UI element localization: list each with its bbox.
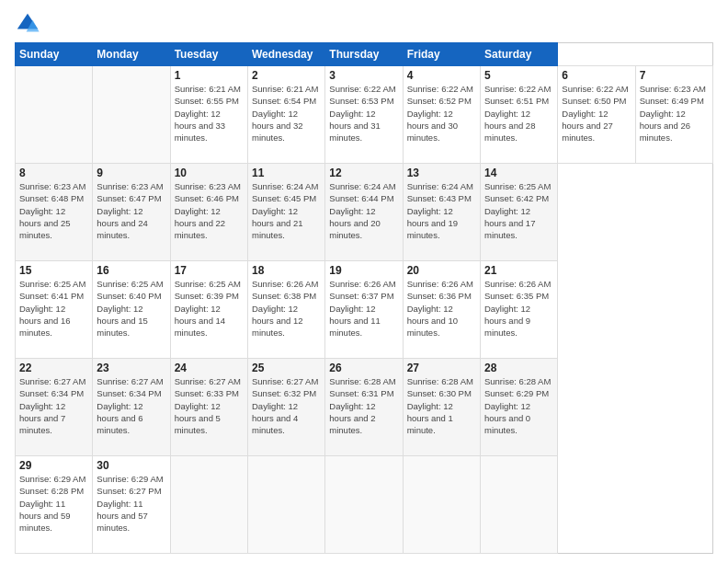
logo — [15, 11, 44, 37]
calendar-cell — [16, 66, 93, 164]
day-number: 23 — [97, 362, 165, 374]
calendar-cell: 18Sunrise: 6:26 AMSunset: 6:38 PMDayligh… — [247, 261, 324, 359]
day-number: 16 — [97, 264, 165, 277]
day-number: 29 — [19, 459, 88, 472]
day-number: 19 — [329, 264, 398, 277]
day-info: Sunrise: 6:24 AMSunset: 6:45 PMDaylight:… — [252, 180, 321, 241]
day-info: Sunrise: 6:27 AMSunset: 6:33 PMDaylight:… — [175, 375, 244, 436]
day-number: 20 — [407, 264, 476, 277]
page: SundayMondayTuesdayWednesdayThursdayFrid… — [0, 0, 728, 563]
calendar-cell — [170, 456, 247, 554]
calendar-cell: 8Sunrise: 6:23 AMSunset: 6:48 PMDaylight… — [16, 164, 93, 261]
day-info: Sunrise: 6:28 AMSunset: 6:29 PMDaylight:… — [484, 375, 553, 436]
calendar-cell: 6Sunrise: 6:22 AMSunset: 6:50 PMDaylight… — [558, 66, 635, 164]
day-info: Sunrise: 6:22 AMSunset: 6:51 PMDaylight:… — [484, 83, 553, 144]
calendar-cell: 14Sunrise: 6:25 AMSunset: 6:42 PMDayligh… — [480, 164, 557, 261]
calendar-cell: 10Sunrise: 6:23 AMSunset: 6:46 PMDayligh… — [170, 164, 247, 261]
day-info: Sunrise: 6:25 AMSunset: 6:42 PMDaylight:… — [484, 180, 553, 241]
day-number: 14 — [484, 167, 553, 179]
calendar-cell: 22Sunrise: 6:27 AMSunset: 6:34 PMDayligh… — [16, 359, 93, 456]
day-number: 15 — [19, 264, 88, 277]
calendar-cell: 25Sunrise: 6:27 AMSunset: 6:32 PMDayligh… — [247, 359, 324, 456]
day-number: 17 — [175, 264, 244, 277]
weekday-header-monday: Monday — [93, 43, 170, 66]
day-info: Sunrise: 6:25 AMSunset: 6:40 PMDaylight:… — [97, 278, 165, 339]
calendar-cell — [247, 456, 324, 554]
calendar-cell — [480, 456, 557, 554]
calendar-cell: 2Sunrise: 6:21 AMSunset: 6:54 PMDaylight… — [247, 66, 324, 164]
day-number: 2 — [252, 69, 321, 82]
calendar-cell: 1Sunrise: 6:21 AMSunset: 6:55 PMDaylight… — [170, 66, 247, 164]
logo-icon — [15, 11, 40, 37]
day-number: 18 — [252, 264, 321, 277]
calendar-cell: 3Sunrise: 6:22 AMSunset: 6:53 PMDaylight… — [325, 66, 403, 164]
calendar-cell: 19Sunrise: 6:26 AMSunset: 6:37 PMDayligh… — [325, 261, 403, 359]
calendar-cell: 13Sunrise: 6:24 AMSunset: 6:43 PMDayligh… — [403, 164, 480, 261]
calendar-cell: 11Sunrise: 6:24 AMSunset: 6:45 PMDayligh… — [247, 164, 324, 261]
day-info: Sunrise: 6:28 AMSunset: 6:30 PMDaylight:… — [407, 375, 476, 436]
calendar-cell: 9Sunrise: 6:23 AMSunset: 6:47 PMDaylight… — [93, 164, 170, 261]
header — [15, 11, 713, 37]
day-number: 25 — [252, 362, 321, 374]
day-info: Sunrise: 6:26 AMSunset: 6:37 PMDaylight:… — [329, 278, 398, 339]
day-number: 10 — [175, 167, 244, 179]
calendar-cell — [325, 456, 403, 554]
day-info: Sunrise: 6:25 AMSunset: 6:41 PMDaylight:… — [19, 278, 88, 339]
day-info: Sunrise: 6:28 AMSunset: 6:31 PMDaylight:… — [329, 375, 398, 436]
day-info: Sunrise: 6:26 AMSunset: 6:35 PMDaylight:… — [484, 278, 553, 339]
calendar-cell: 17Sunrise: 6:25 AMSunset: 6:39 PMDayligh… — [170, 261, 247, 359]
day-info: Sunrise: 6:27 AMSunset: 6:34 PMDaylight:… — [19, 375, 88, 436]
day-info: Sunrise: 6:21 AMSunset: 6:55 PMDaylight:… — [175, 83, 244, 144]
weekday-header-sunday: Sunday — [16, 43, 93, 66]
day-info: Sunrise: 6:27 AMSunset: 6:34 PMDaylight:… — [97, 375, 165, 436]
day-info: Sunrise: 6:23 AMSunset: 6:49 PMDaylight:… — [640, 83, 709, 144]
day-info: Sunrise: 6:23 AMSunset: 6:48 PMDaylight:… — [19, 180, 88, 241]
calendar-cell — [403, 456, 480, 554]
calendar-cell: 4Sunrise: 6:22 AMSunset: 6:52 PMDaylight… — [403, 66, 480, 164]
weekday-header-wednesday: Wednesday — [247, 43, 324, 66]
calendar-cell: 5Sunrise: 6:22 AMSunset: 6:51 PMDaylight… — [480, 66, 557, 164]
day-info: Sunrise: 6:22 AMSunset: 6:53 PMDaylight:… — [329, 83, 398, 144]
day-number: 30 — [97, 459, 165, 472]
day-info: Sunrise: 6:24 AMSunset: 6:44 PMDaylight:… — [329, 180, 398, 241]
calendar-cell: 29Sunrise: 6:29 AMSunset: 6:28 PMDayligh… — [16, 456, 93, 554]
day-info: Sunrise: 6:23 AMSunset: 6:47 PMDaylight:… — [97, 180, 165, 241]
weekday-header-thursday: Thursday — [325, 43, 403, 66]
day-number: 21 — [484, 264, 553, 277]
day-info: Sunrise: 6:22 AMSunset: 6:50 PMDaylight:… — [562, 83, 631, 144]
calendar-cell: 23Sunrise: 6:27 AMSunset: 6:34 PMDayligh… — [93, 359, 170, 456]
calendar-cell: 20Sunrise: 6:26 AMSunset: 6:36 PMDayligh… — [403, 261, 480, 359]
calendar-cell: 24Sunrise: 6:27 AMSunset: 6:33 PMDayligh… — [170, 359, 247, 456]
day-number: 6 — [562, 69, 631, 82]
day-info: Sunrise: 6:21 AMSunset: 6:54 PMDaylight:… — [252, 83, 321, 144]
day-number: 22 — [19, 362, 88, 374]
calendar-cell: 16Sunrise: 6:25 AMSunset: 6:40 PMDayligh… — [93, 261, 170, 359]
day-number: 4 — [407, 69, 476, 82]
day-number: 8 — [19, 167, 88, 179]
calendar-cell: 30Sunrise: 6:29 AMSunset: 6:27 PMDayligh… — [93, 456, 170, 554]
weekday-header-friday: Friday — [403, 43, 480, 66]
day-number: 26 — [329, 362, 398, 374]
day-number: 28 — [484, 362, 553, 374]
day-number: 24 — [175, 362, 244, 374]
weekday-header-saturday: Saturday — [480, 43, 557, 66]
day-number: 3 — [329, 69, 398, 82]
day-number: 9 — [97, 167, 165, 179]
calendar-cell: 12Sunrise: 6:24 AMSunset: 6:44 PMDayligh… — [325, 164, 403, 261]
day-number: 12 — [329, 167, 398, 179]
day-info: Sunrise: 6:29 AMSunset: 6:27 PMDaylight:… — [97, 473, 165, 534]
calendar-cell: 15Sunrise: 6:25 AMSunset: 6:41 PMDayligh… — [16, 261, 93, 359]
calendar-cell: 27Sunrise: 6:28 AMSunset: 6:30 PMDayligh… — [403, 359, 480, 456]
weekday-header-tuesday: Tuesday — [170, 43, 247, 66]
day-number: 7 — [640, 69, 709, 82]
calendar-cell: 28Sunrise: 6:28 AMSunset: 6:29 PMDayligh… — [480, 359, 557, 456]
calendar-cell — [93, 66, 170, 164]
calendar-cell: 7Sunrise: 6:23 AMSunset: 6:49 PMDaylight… — [635, 66, 712, 164]
day-number: 11 — [252, 167, 321, 179]
day-number: 5 — [484, 69, 553, 82]
day-info: Sunrise: 6:23 AMSunset: 6:46 PMDaylight:… — [175, 180, 244, 241]
day-info: Sunrise: 6:27 AMSunset: 6:32 PMDaylight:… — [252, 375, 321, 436]
day-info: Sunrise: 6:26 AMSunset: 6:38 PMDaylight:… — [252, 278, 321, 339]
day-number: 27 — [407, 362, 476, 374]
day-info: Sunrise: 6:29 AMSunset: 6:28 PMDaylight:… — [19, 473, 88, 534]
